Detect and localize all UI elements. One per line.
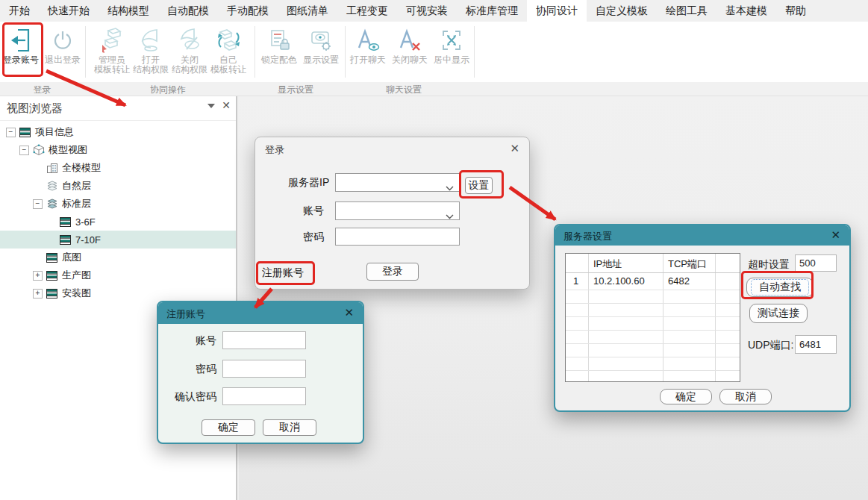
login-button[interactable]: 登录 xyxy=(366,263,419,281)
login-dialog-close-icon[interactable]: ✕ xyxy=(510,142,519,155)
expand-toggle[interactable]: + xyxy=(33,271,43,281)
login-door-icon xyxy=(8,25,34,55)
admin-label-2: 模板转让 xyxy=(94,65,130,75)
register-dialog-title: 注册账号 xyxy=(166,307,205,321)
tab-help[interactable]: 帮助 xyxy=(776,0,815,22)
register-ok-button[interactable]: 确定 xyxy=(202,419,255,436)
row-number-cell: 1 xyxy=(573,275,578,287)
tree-item-model-view[interactable]: − 模型视图 xyxy=(0,141,236,159)
self-template-transfer-button[interactable]: 自己 模板转让 xyxy=(209,25,248,82)
tree-item-natural-floor[interactable]: − 自然层 xyxy=(0,177,236,195)
tree-item-base-drawing[interactable]: − 底图 xyxy=(0,249,236,266)
open-perm-label-2: 结构权限 xyxy=(133,65,169,75)
view-browser-titlebar: 视图浏览器 ✕ xyxy=(0,96,236,121)
tree-label: 自然层 xyxy=(62,179,91,193)
lock-color-button[interactable]: 锁定配色 xyxy=(258,25,300,82)
tree-item-7-10f[interactable]: − 7-10F xyxy=(0,231,236,249)
chevron-down-icon xyxy=(446,209,454,222)
tab-structure-model[interactable]: 结构模型 xyxy=(99,0,158,22)
password-input[interactable] xyxy=(335,228,460,246)
close-chat-button[interactable]: 关闭聊天 xyxy=(389,25,431,82)
server-table-row[interactable]: 1 10.2.100.60 6482 xyxy=(566,273,740,290)
tab-custom-template[interactable]: 自定义模板 xyxy=(587,0,657,22)
panel-close-icon[interactable]: ✕ xyxy=(222,99,231,111)
tab-engineering-change[interactable]: 工程变更 xyxy=(337,0,397,22)
auto-find-button[interactable]: 自动查找 xyxy=(746,278,814,297)
open-structure-permission-button[interactable]: 打开 结构权限 xyxy=(131,25,170,82)
letter-a-x-icon xyxy=(396,25,423,55)
tab-auto-rebar[interactable]: 自动配模 xyxy=(158,0,218,22)
eye-gear-icon xyxy=(307,25,334,55)
collapse-toggle[interactable]: − xyxy=(33,199,43,209)
tree-item-production-drawing[interactable]: + 生产图 xyxy=(0,266,236,284)
udp-port-label: UDP端口: xyxy=(748,339,793,352)
tree-label: 3-6F xyxy=(75,216,96,228)
center-display-label: 居中显示 xyxy=(434,55,469,65)
collapse-toggle[interactable]: − xyxy=(19,146,29,155)
center-display-button[interactable]: 居中显示 xyxy=(431,25,472,82)
display-settings-button[interactable]: 显示设置 xyxy=(300,25,342,82)
server-ok-button[interactable]: 确定 xyxy=(660,389,712,404)
server-cancel-button[interactable]: 取消 xyxy=(719,389,772,404)
view-tree: − 项目信息 − 模型视图 − 全楼模型 xyxy=(0,123,236,302)
expand-toggle[interactable]: + xyxy=(33,289,43,299)
reg-confirm-input[interactable] xyxy=(222,387,306,405)
tab-visual-install[interactable]: 可视安装 xyxy=(397,0,457,22)
tab-quick-start[interactable]: 快速开始 xyxy=(39,0,99,22)
self-label-2: 模板转让 xyxy=(210,65,246,75)
timeout-label: 超时设置 xyxy=(748,258,790,272)
ribbon-group-chat: 打开聊天 关闭聊天 xyxy=(347,22,472,82)
admin-template-transfer-button[interactable]: 管理员 模板转让 xyxy=(93,25,131,82)
ribbon-separator xyxy=(474,26,475,78)
tree-label: 7-10F xyxy=(75,234,101,246)
row-tcp-cell: 6482 xyxy=(668,275,690,287)
tree-item-project-info[interactable]: − 项目信息 xyxy=(0,123,236,141)
ribbon-group-login: 登录账号 退出登录 xyxy=(0,22,84,82)
tab-drawing-list[interactable]: 图纸清单 xyxy=(278,0,337,22)
timeout-input[interactable] xyxy=(795,254,837,272)
reg-password-input[interactable] xyxy=(222,360,306,378)
tab-standard-library[interactable]: 标准库管理 xyxy=(457,0,527,22)
panel-dropdown-icon[interactable] xyxy=(207,104,215,108)
tree-item-3-6f[interactable]: − 3-6F xyxy=(0,213,236,231)
reg-account-input[interactable] xyxy=(222,331,306,349)
open-chat-button[interactable]: 打开聊天 xyxy=(347,25,389,82)
group-label-display: 显示设置 xyxy=(252,84,340,96)
tree-label: 项目信息 xyxy=(35,125,74,139)
group-label-login: 登录 xyxy=(0,84,84,96)
tree-label: 全楼模型 xyxy=(62,161,101,175)
group-label-chat: 聊天设置 xyxy=(340,84,468,96)
account-combobox[interactable] xyxy=(335,201,460,220)
tree-item-standard-floor[interactable]: − 标准层 xyxy=(0,195,236,213)
close-structure-permission-button[interactable]: 关闭 结构权限 xyxy=(170,25,209,82)
admin-boxes-icon xyxy=(98,25,126,55)
login-account-button[interactable]: 登录账号 xyxy=(0,25,42,82)
ribbon-tab-bar: 开始 快速开始 结构模型 自动配模 手动配模 图纸清单 工程变更 可视安装 标准… xyxy=(0,0,868,22)
register-account-link[interactable]: 注册账号 xyxy=(262,266,304,280)
letter-a-eye-icon xyxy=(355,25,381,55)
udp-port-input[interactable] xyxy=(795,335,837,354)
server-list-table[interactable]: IP地址 TCP端口 1 10.2.100.60 6482 xyxy=(565,253,740,382)
logout-button[interactable]: 退出登录 xyxy=(42,25,84,82)
auto-find-label: 自动查找 xyxy=(751,279,809,296)
tab-collaborative-design[interactable]: 协同设计 xyxy=(527,0,587,22)
collapse-toggle[interactable]: − xyxy=(6,128,16,137)
settings-button[interactable]: 设置 xyxy=(465,177,493,194)
tree-item-whole-building[interactable]: − 全楼模型 xyxy=(0,159,236,177)
test-connection-button[interactable]: 测试连接 xyxy=(749,304,808,323)
tab-manual-rebar[interactable]: 手动配模 xyxy=(218,0,278,22)
display-settings-label: 显示设置 xyxy=(303,55,339,65)
center-display-icon xyxy=(439,25,464,55)
register-cancel-button[interactable]: 取消 xyxy=(263,419,316,436)
register-dialog-close-icon[interactable]: ✕ xyxy=(344,306,354,319)
login-dialog-title: 登录 xyxy=(265,143,284,157)
tab-draw-tools[interactable]: 绘图工具 xyxy=(657,0,716,22)
layers-bars-icon xyxy=(46,271,59,281)
ribbon-group-display: 锁定配色 xyxy=(257,22,343,82)
tab-start[interactable]: 开始 xyxy=(0,0,39,22)
server-dialog-close-icon[interactable]: ✕ xyxy=(831,228,840,242)
tree-item-install-drawing[interactable]: + 安装图 xyxy=(0,284,236,302)
tab-basic-modeling[interactable]: 基本建模 xyxy=(716,0,776,22)
close-flag-icon xyxy=(176,25,203,55)
server-ip-combobox[interactable] xyxy=(335,173,460,192)
